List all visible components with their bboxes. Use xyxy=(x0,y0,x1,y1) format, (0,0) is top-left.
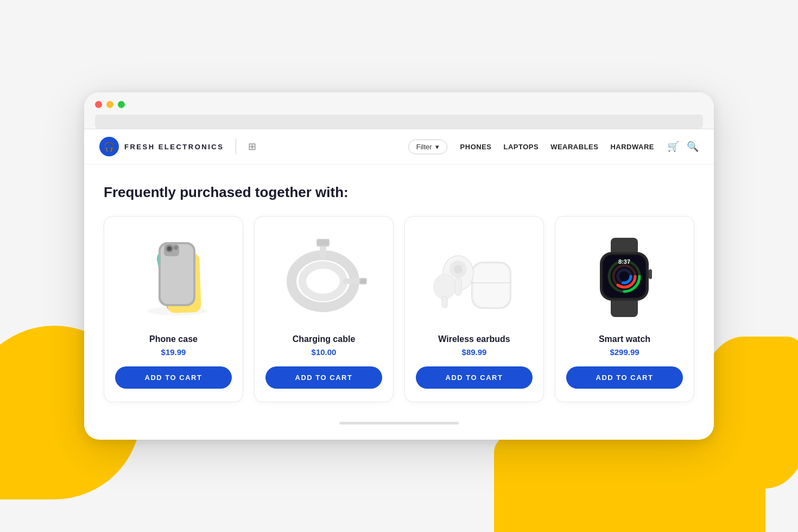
product-price-charging-cable: $10.00 xyxy=(312,347,337,357)
product-card-wireless-earbuds: Wireless earbuds $89.99 ADD TO CART xyxy=(404,216,544,402)
product-image-wireless-earbuds xyxy=(416,230,533,325)
nav-link-wearables[interactable]: WEARABLES xyxy=(550,143,598,151)
laptop-frame: 🎧 FRESH ELECTRONICS ⊞ Filter ▾ PHONES LA… xyxy=(84,92,714,440)
nav-link-phones[interactable]: PHONES xyxy=(460,143,492,151)
products-grid: Phone case $19.99 ADD TO CART xyxy=(104,216,694,402)
cart-icon[interactable]: 🛒 xyxy=(667,141,679,153)
svg-rect-17 xyxy=(360,279,366,283)
smart-watch-svg: 8:37 xyxy=(582,232,667,322)
filter-label: Filter xyxy=(416,143,432,151)
section-title: Frequently purchased together with: xyxy=(104,184,694,201)
svg-rect-39 xyxy=(649,269,652,279)
nav-icons: 🛒 🔍 xyxy=(667,141,699,153)
product-card-phone-case: Phone case $19.99 ADD TO CART xyxy=(104,216,243,402)
product-image-phone-case xyxy=(115,230,232,325)
nav-links: PHONES LAPTOPS WEARABLES HARDWARE xyxy=(460,143,654,151)
brand: 🎧 FRESH ELECTRONICS ⊞ xyxy=(99,137,256,156)
product-card-smart-watch: 8:37 Smart watch $299.99 ADD TO CART xyxy=(555,216,694,402)
svg-point-9 xyxy=(174,245,178,250)
filter-button[interactable]: Filter ▾ xyxy=(408,140,447,154)
earbuds-svg xyxy=(426,232,523,322)
nav-link-laptops[interactable]: LAPTOPS xyxy=(503,143,539,151)
product-name-charging-cable: Charging cable xyxy=(293,334,356,344)
nav-link-hardware[interactable]: HARDWARE xyxy=(610,143,654,151)
product-image-charging-cable xyxy=(265,230,382,325)
scroll-bar[interactable] xyxy=(339,422,459,425)
add-to-cart-wireless-earbuds[interactable]: ADD TO CART xyxy=(416,366,533,389)
svg-point-25 xyxy=(434,274,455,299)
brand-divider xyxy=(236,139,236,154)
product-price-smart-watch: $299.99 xyxy=(610,347,639,357)
svg-rect-24 xyxy=(455,278,461,295)
brand-logo-icon: 🎧 xyxy=(99,137,119,156)
svg-point-11 xyxy=(302,265,344,297)
product-name-smart-watch: Smart watch xyxy=(599,334,650,344)
svg-rect-14 xyxy=(318,240,328,245)
product-card-charging-cable: Charging cable $10.00 ADD TO CART xyxy=(254,216,394,402)
traffic-light-green[interactable] xyxy=(118,101,125,108)
chevron-down-icon: ▾ xyxy=(435,143,439,151)
brand-name: FRESH ELECTRONICS xyxy=(124,143,224,151)
phone-case-svg xyxy=(131,232,216,322)
traffic-lights xyxy=(95,101,703,108)
product-name-phone-case: Phone case xyxy=(149,334,198,344)
main-content: Frequently purchased together with: xyxy=(84,164,714,413)
add-to-cart-charging-cable[interactable]: ADD TO CART xyxy=(265,366,382,389)
traffic-light-yellow[interactable] xyxy=(106,101,113,108)
browser-chrome xyxy=(84,92,714,129)
svg-rect-19 xyxy=(473,264,509,307)
product-price-wireless-earbuds: $89.99 xyxy=(462,347,487,357)
add-to-cart-smart-watch[interactable]: ADD TO CART xyxy=(566,366,683,389)
svg-point-23 xyxy=(454,265,463,274)
product-price-phone-case: $19.99 xyxy=(161,347,186,357)
traffic-light-red[interactable] xyxy=(95,101,102,108)
search-icon[interactable]: 🔍 xyxy=(687,141,699,153)
scroll-bar-area xyxy=(84,413,714,427)
grid-icon: ⊞ xyxy=(248,141,256,153)
product-name-wireless-earbuds: Wireless earbuds xyxy=(438,334,510,344)
svg-rect-26 xyxy=(442,296,447,308)
navbar: 🎧 FRESH ELECTRONICS ⊞ Filter ▾ PHONES LA… xyxy=(84,129,714,164)
address-bar[interactable] xyxy=(95,115,703,129)
charging-cable-svg xyxy=(275,232,373,322)
svg-text:8:37: 8:37 xyxy=(618,258,630,265)
add-to-cart-phone-case[interactable]: ADD TO CART xyxy=(115,366,232,389)
svg-point-8 xyxy=(167,246,172,251)
page-wrapper: 🎧 FRESH ELECTRONICS ⊞ Filter ▾ PHONES LA… xyxy=(0,0,798,532)
product-image-smart-watch: 8:37 xyxy=(566,230,683,325)
nav-right: Filter ▾ PHONES LAPTOPS WEARABLES HARDWA… xyxy=(408,140,699,154)
